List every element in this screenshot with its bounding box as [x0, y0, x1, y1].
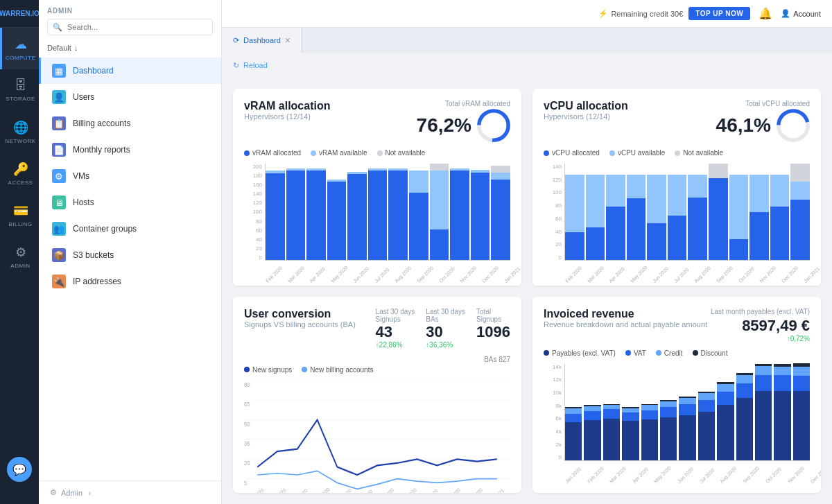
credit-label: Remaining credit 30€ [611, 10, 683, 18]
hosts-icon: 🖥 [52, 195, 66, 209]
vcpu-donut-chart [777, 109, 810, 142]
reports-icon: 📄 [52, 143, 66, 157]
vms-icon: ⚙ [52, 169, 66, 183]
search-input[interactable] [47, 19, 213, 35]
reload-button[interactable]: ↻ Reload [233, 61, 268, 70]
sidebar-item-label: VMs [73, 171, 89, 181]
sidebar-item-vms[interactable]: ⚙ VMs [39, 163, 221, 189]
vcpu-subtitle: Hypervisors (12/14) [544, 112, 628, 121]
sidebar-item-label: Monthly reports [73, 145, 130, 155]
stat-total: TotalSignups 1096 [476, 308, 510, 349]
sort-icon: ↓ [74, 44, 78, 52]
vram-legend: vRAM allocated vRAM available Not availa… [244, 149, 510, 157]
legend-dot [302, 367, 307, 372]
sidebar-search-container: 🔍 [47, 19, 213, 35]
sidebar-section-label: ADMIN [39, 0, 221, 19]
tab-dashboard[interactable]: ⟳ Dashboard × [222, 28, 302, 53]
vram-metric-label: Total vRAM allocated [417, 100, 510, 107]
network-icon: 🌐 [13, 120, 28, 135]
vram-card: vRAM allocation Hypervisors (12/14) Tota… [233, 89, 521, 286]
users-icon: 👤 [52, 90, 66, 104]
svg-text:80: 80 [244, 381, 250, 388]
invoiced-y-axis: 14k 12k 10k 8k 6k 4k 2k 0 [544, 364, 562, 461]
stat-label: TotalSignups [476, 308, 510, 323]
legend-label: Payables (excl. VAT) [552, 349, 616, 357]
legend-dot [311, 150, 316, 156]
legend-vram-available: vRAM available [311, 149, 367, 157]
account-button[interactable]: 👤 Account [781, 9, 821, 18]
stat-change: ↑22,86% [376, 341, 415, 349]
vcpu-metric: Total vCPU allocated 46,1% [716, 100, 810, 142]
vram-subtitle: Hypervisors (12/14) [244, 112, 330, 121]
legend-dot [675, 150, 680, 156]
containers-icon: 👥 [52, 222, 66, 236]
svg-text:65: 65 [244, 400, 250, 408]
sidebar: ADMIN 🔍 Default ↓ ▦ Dashboard 👤 Users 📋 … [39, 0, 222, 504]
vram-y-axis: 200 180 160 140 120 100 80 60 40 20 0 [244, 164, 262, 261]
stat-ba-30: Last 30 daysBAs 30 ↑36,36% [426, 308, 465, 349]
sidebar-item-ips[interactable]: 🔌 IP addresses [39, 268, 221, 295]
legend-vcpu-allocated: vCPU allocated [544, 149, 600, 157]
legend-dot [544, 150, 549, 156]
invoiced-bar-area: Jan 2020Feb 2020Mar 2020Apr 2020May 2020… [564, 364, 810, 485]
invoiced-header: Invoiced revenue Revenue breakdown and a… [544, 308, 810, 342]
sidebar-item-dashboard[interactable]: ▦ Dashboard [39, 58, 221, 84]
tabbar: ⟳ Dashboard × [222, 28, 832, 53]
conversion-subtitle: Signups VS billing accounts (BA) [244, 320, 356, 329]
legend-label: Credit [664, 349, 683, 357]
total-ba: BAs 827 [244, 356, 510, 363]
legend-label: Not available [683, 149, 723, 157]
s3-icon: 📦 [52, 248, 66, 262]
tab-close-button[interactable]: × [285, 35, 291, 45]
sidebar-item-hosts[interactable]: 🖥 Hosts [39, 189, 221, 216]
sort-label: Default [47, 44, 71, 52]
legend-credit: Credit [656, 349, 683, 357]
vram-bars [265, 164, 510, 261]
svg-text:5: 5 [244, 479, 248, 487]
nav-network[interactable]: 🌐 NETWORK [0, 111, 39, 153]
legend-vram-na: Not available [377, 149, 426, 157]
sidebar-item-label: Dashboard [73, 66, 114, 76]
logo-area: WARREN.IO [0, 0, 39, 28]
legend-label: vCPU available [618, 149, 665, 157]
sidebar-item-reports[interactable]: 📄 Monthly reports [39, 137, 221, 163]
billing-icon: 📋 [52, 116, 66, 130]
vcpu-bar-area: Feb 2020Mar 2020Apr 2020May 2020Jun 2020… [564, 164, 810, 285]
nav-compute[interactable]: ☁ COMPUTE [0, 28, 39, 69]
compute-icon: ☁ [15, 37, 27, 52]
legend-dot [244, 367, 250, 372]
user-conversion-card: User conversion Signups VS billing accou… [233, 297, 521, 494]
nav-admin[interactable]: ⚙ ADMIN [0, 236, 39, 277]
vcpu-legend: vCPU allocated vCPU available Not availa… [544, 149, 810, 157]
nav-access[interactable]: 🔑 ACCESS [0, 153, 39, 194]
stat-value: 43 [376, 323, 415, 341]
invoiced-value: 8597,49 € [711, 317, 810, 335]
sidebar-item-label: Users [73, 92, 94, 102]
svg-text:20: 20 [244, 459, 250, 467]
line-chart-svg: 80 65 50 35 20 5 [244, 381, 510, 494]
topup-button[interactable]: TOP UP NOW [688, 7, 750, 20]
legend-signups: New signups [244, 366, 292, 374]
vcpu-metric-donut: 46,1% [716, 109, 810, 142]
vcpu-value: 46,1% [716, 114, 771, 137]
invoiced-chart-container: 14k 12k 10k 8k 6k 4k 2k 0 Jan 2020Feb 20… [544, 364, 810, 485]
legend-dot [544, 350, 549, 356]
bell-button[interactable]: 🔔 [756, 4, 775, 23]
sidebar-item-billing[interactable]: 📋 Billing accounts [39, 110, 221, 137]
stat-signups-30: Last 30 daysSignups 43 ↑22,86% [376, 308, 415, 349]
tab-icon: ⟳ [233, 36, 239, 45]
invoiced-legend: Payables (excl. VAT) VAT Credit Discount [544, 349, 810, 357]
sidebar-item-s3[interactable]: 📦 S3 buckets [39, 242, 221, 268]
access-icon: 🔑 [13, 162, 28, 177]
chat-button[interactable]: 💬 [7, 457, 32, 482]
stat-value: 30 [426, 323, 465, 341]
sidebar-item-users[interactable]: 👤 Users [39, 84, 221, 110]
nav-billing[interactable]: 💳 BILLING [0, 194, 39, 236]
admin-label: Admin [61, 489, 83, 497]
sidebar-item-containers[interactable]: 👥 Container groups [39, 216, 221, 242]
nav-storage[interactable]: 🗄 STORAGE [0, 69, 39, 111]
admin-icon-small: ⚙ [50, 488, 57, 497]
conversion-title: User conversion [244, 308, 356, 320]
sidebar-sort[interactable]: Default ↓ [39, 41, 221, 58]
dashboard-icon: ▦ [52, 64, 66, 78]
